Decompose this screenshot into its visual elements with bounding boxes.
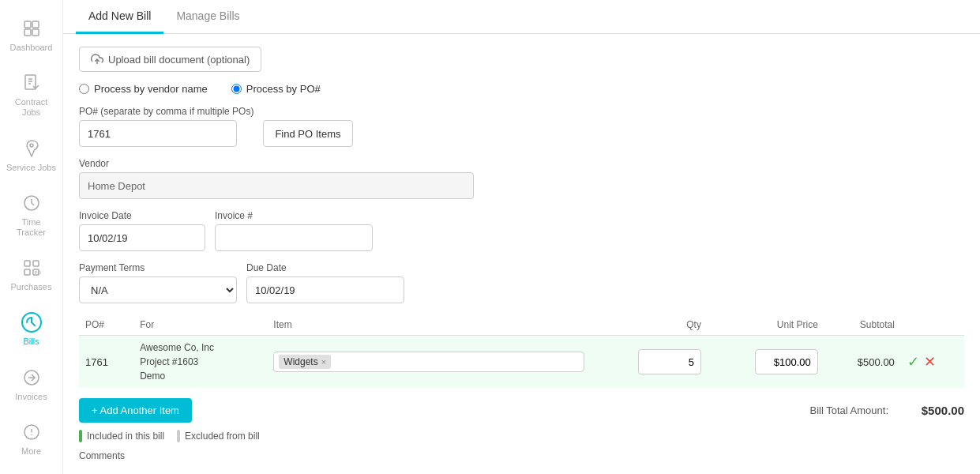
- col-item: Item: [267, 314, 591, 336]
- radio-vendor-input[interactable]: [79, 84, 89, 94]
- for-line-3: Demo: [140, 369, 261, 383]
- payment-terms-field-group: Payment Terms N/A Net 15 Net 30 Net 45 N…: [79, 262, 237, 303]
- cell-for: Awesome Co, Inc Project #1603 Demo: [133, 336, 267, 389]
- add-item-button[interactable]: + Add Another Item: [79, 398, 192, 423]
- invoice-date-field-group: Invoice Date: [79, 210, 205, 251]
- sidebar-item-more[interactable]: More: [0, 412, 62, 466]
- vendor-field-group: Vendor: [79, 158, 474, 199]
- due-date-label: Due Date: [246, 262, 404, 273]
- legend-excluded: Excluded from bill: [177, 430, 260, 442]
- time-tracker-icon: [21, 192, 43, 214]
- cell-subtotal: $500.00: [824, 336, 901, 389]
- tab-bar: Add New Bill Manage Bills: [63, 0, 980, 34]
- invoice-date-input[interactable]: [79, 224, 205, 251]
- sidebar: Dashboard Contract Jobs Service Jobs: [0, 0, 63, 474]
- item-tag-remove-button[interactable]: ×: [321, 357, 326, 367]
- svg-rect-3: [32, 29, 39, 36]
- vendor-label: Vendor: [79, 158, 474, 169]
- col-actions: [901, 314, 964, 336]
- find-po-button[interactable]: Find PO Items: [263, 120, 352, 147]
- process-method-radio-group: Process by vendor name Process by PO#: [79, 83, 964, 95]
- due-date-input[interactable]: [246, 276, 404, 303]
- vendor-input[interactable]: [79, 172, 474, 199]
- sidebar-label-bills: Bills: [23, 337, 39, 347]
- sidebar-label-purchases: Purchases: [11, 282, 52, 292]
- payment-terms-select[interactable]: N/A Net 15 Net 30 Net 45 Net 60: [79, 276, 237, 303]
- form-area: Upload bill document (optional) Process …: [63, 34, 980, 474]
- sidebar-item-contract-jobs[interactable]: Contract Jobs: [0, 62, 62, 127]
- radio-po-option[interactable]: Process by PO#: [231, 83, 321, 95]
- svg-rect-10: [24, 261, 30, 266]
- qty-input[interactable]: [638, 349, 701, 374]
- bottom-row: + Add Another Item Bill Total Amount: $5…: [79, 397, 964, 423]
- sidebar-label-more: More: [21, 446, 41, 457]
- sidebar-item-time-tracker[interactable]: Time Tracker: [0, 182, 62, 247]
- bills-icon: [21, 311, 43, 333]
- dashboard-icon: [21, 17, 43, 40]
- sidebar-item-bills[interactable]: Bills: [0, 302, 62, 356]
- col-po-num: PO#: [79, 314, 133, 336]
- svg-rect-11: [33, 261, 39, 266]
- item-tag: Widgets ×: [279, 355, 331, 369]
- col-qty: Qty: [591, 314, 708, 336]
- svg-rect-1: [32, 21, 39, 28]
- for-line-1: Awesome Co, Inc: [140, 340, 261, 355]
- po-field-group: PO# (separate by comma if multiple POs): [79, 106, 253, 147]
- items-table: PO# For Item Qty Unit Price Subtotal 176…: [79, 314, 964, 388]
- sidebar-label-contract-jobs: Contract Jobs: [6, 97, 56, 118]
- po-row: PO# (separate by comma if multiple POs) …: [79, 106, 964, 147]
- radio-po-input[interactable]: [231, 84, 242, 94]
- cell-qty: [591, 336, 708, 389]
- item-tag-container: Widgets ×: [273, 352, 584, 372]
- legend-excluded-color: [177, 430, 180, 442]
- col-unit-price: Unit Price: [708, 314, 824, 336]
- invoice-row: Invoice Date Invoice #: [79, 210, 964, 251]
- cell-po-num: 1761: [79, 336, 133, 389]
- due-date-field-group: Due Date: [246, 262, 404, 303]
- bill-total-label: Bill Total Amount:: [810, 404, 888, 416]
- invoice-num-input[interactable]: [215, 224, 373, 251]
- radio-vendor-option[interactable]: Process by vendor name: [79, 83, 208, 95]
- sidebar-item-dashboard[interactable]: Dashboard: [0, 8, 62, 62]
- vendor-row: Vendor: [79, 158, 964, 199]
- table-row: 1761 Awesome Co, Inc Project #1603 Demo …: [79, 336, 964, 389]
- upload-bill-button[interactable]: Upload bill document (optional): [79, 47, 261, 72]
- invoice-num-field-group: Invoice #: [215, 210, 373, 251]
- tab-manage-bills[interactable]: Manage Bills: [163, 0, 252, 34]
- invoice-num-label: Invoice #: [215, 210, 373, 221]
- sidebar-label-dashboard: Dashboard: [10, 43, 53, 53]
- legend-included: Included in this bill: [79, 430, 164, 442]
- svg-rect-2: [24, 29, 31, 36]
- cell-item: Widgets ×: [267, 336, 591, 389]
- for-line-2: Project #1603: [140, 355, 261, 369]
- comments-label: Comments: [79, 450, 964, 461]
- unit-price-input[interactable]: [755, 349, 818, 374]
- cell-unit-price: [708, 336, 824, 389]
- remove-row-button[interactable]: ✕: [924, 353, 936, 371]
- sidebar-item-invoices[interactable]: Invoices: [0, 357, 62, 412]
- contract-jobs-icon: [21, 72, 43, 94]
- invoice-date-label: Invoice Date: [79, 210, 205, 221]
- col-subtotal: Subtotal: [824, 314, 901, 336]
- svg-point-8: [30, 144, 33, 147]
- legend-included-color: [79, 430, 82, 442]
- tab-add-new-bill[interactable]: Add New Bill: [76, 0, 163, 34]
- sidebar-item-purchases[interactable]: PO Purchases: [0, 247, 62, 302]
- col-for: For: [133, 314, 267, 336]
- more-icon: [21, 421, 43, 443]
- purchases-icon: PO: [21, 257, 43, 279]
- sidebar-label-time-tracker: Time Tracker: [6, 217, 56, 238]
- sidebar-item-service-jobs[interactable]: Service Jobs: [0, 128, 62, 182]
- cell-actions: ✓ ✕: [901, 336, 964, 389]
- bill-total-amount: $500.00: [901, 404, 964, 417]
- bill-total-row: Bill Total Amount: $500.00: [810, 397, 964, 423]
- confirm-row-button[interactable]: ✓: [907, 353, 919, 371]
- payment-terms-label: Payment Terms: [79, 262, 237, 273]
- upload-icon: [91, 53, 103, 66]
- invoices-icon: [21, 367, 43, 389]
- sidebar-label-service-jobs: Service Jobs: [6, 163, 56, 173]
- main-content: Add New Bill Manage Bills Upload bill do…: [63, 0, 980, 474]
- service-jobs-icon: [21, 137, 43, 160]
- po-input[interactable]: [79, 120, 237, 147]
- po-label: PO# (separate by comma if multiple POs): [79, 106, 253, 117]
